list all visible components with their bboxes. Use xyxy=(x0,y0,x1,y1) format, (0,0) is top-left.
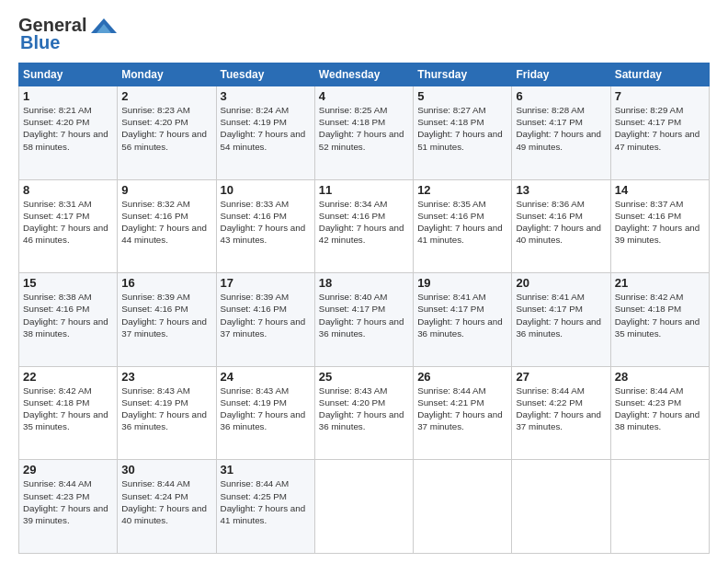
day-number: 6 xyxy=(516,89,606,103)
day-number: 15 xyxy=(23,276,113,290)
day-detail: Sunrise: 8:40 AMSunset: 4:17 PMDaylight:… xyxy=(319,292,404,339)
day-detail: Sunrise: 8:25 AMSunset: 4:18 PMDaylight:… xyxy=(319,105,404,152)
day-header-tuesday: Tuesday xyxy=(216,63,314,86)
day-detail: Sunrise: 8:44 AMSunset: 4:23 PMDaylight:… xyxy=(23,478,108,525)
day-detail: Sunrise: 8:42 AMSunset: 4:18 PMDaylight:… xyxy=(23,385,108,432)
day-detail: Sunrise: 8:44 AMSunset: 4:22 PMDaylight:… xyxy=(516,385,601,432)
day-cell: 23 Sunrise: 8:43 AMSunset: 4:19 PMDaylig… xyxy=(118,366,216,460)
day-number: 2 xyxy=(121,89,211,103)
day-cell: 29 Sunrise: 8:44 AMSunset: 4:23 PMDaylig… xyxy=(19,460,118,554)
day-cell: 3 Sunrise: 8:24 AMSunset: 4:19 PMDayligh… xyxy=(216,86,314,180)
week-row-1: 1 Sunrise: 8:21 AMSunset: 4:20 PMDayligh… xyxy=(19,86,710,180)
day-cell: 25 Sunrise: 8:43 AMSunset: 4:20 PMDaylig… xyxy=(314,366,413,460)
day-header-monday: Monday xyxy=(118,63,216,86)
day-cell: 22 Sunrise: 8:42 AMSunset: 4:18 PMDaylig… xyxy=(19,366,118,460)
day-detail: Sunrise: 8:41 AMSunset: 4:17 PMDaylight:… xyxy=(417,292,503,339)
day-number: 20 xyxy=(516,276,606,290)
week-row-5: 29 Sunrise: 8:44 AMSunset: 4:23 PMDaylig… xyxy=(19,460,710,554)
day-number: 28 xyxy=(615,370,705,384)
day-cell: 26 Sunrise: 8:44 AMSunset: 4:21 PMDaylig… xyxy=(414,366,512,460)
header-row: SundayMondayTuesdayWednesdayThursdayFrid… xyxy=(19,63,710,86)
day-detail: Sunrise: 8:27 AMSunset: 4:18 PMDaylight:… xyxy=(417,105,503,152)
calendar-table: SundayMondayTuesdayWednesdayThursdayFrid… xyxy=(18,63,710,554)
day-header-sunday: Sunday xyxy=(19,63,118,86)
day-number: 25 xyxy=(319,370,409,384)
day-number: 3 xyxy=(221,89,311,103)
day-number: 13 xyxy=(516,183,606,197)
week-row-4: 22 Sunrise: 8:42 AMSunset: 4:18 PMDaylig… xyxy=(19,366,710,460)
day-cell xyxy=(314,460,413,554)
day-detail: Sunrise: 8:43 AMSunset: 4:19 PMDaylight:… xyxy=(221,385,306,432)
day-cell xyxy=(610,460,709,554)
day-number: 14 xyxy=(615,183,705,197)
day-number: 27 xyxy=(516,370,606,384)
week-row-2: 8 Sunrise: 8:31 AMSunset: 4:17 PMDayligh… xyxy=(19,179,710,273)
day-cell: 6 Sunrise: 8:28 AMSunset: 4:17 PMDayligh… xyxy=(512,86,610,180)
day-detail: Sunrise: 8:44 AMSunset: 4:25 PMDaylight:… xyxy=(221,478,306,525)
day-header-saturday: Saturday xyxy=(610,63,709,86)
day-detail: Sunrise: 8:29 AMSunset: 4:17 PMDaylight:… xyxy=(615,105,700,152)
day-cell: 5 Sunrise: 8:27 AMSunset: 4:18 PMDayligh… xyxy=(414,86,512,180)
day-number: 24 xyxy=(221,370,311,384)
week-row-3: 15 Sunrise: 8:38 AMSunset: 4:16 PMDaylig… xyxy=(19,273,710,367)
day-number: 19 xyxy=(417,276,507,290)
day-cell: 13 Sunrise: 8:36 AMSunset: 4:16 PMDaylig… xyxy=(512,179,610,273)
day-detail: Sunrise: 8:44 AMSunset: 4:24 PMDaylight:… xyxy=(121,478,207,525)
day-cell xyxy=(414,460,512,554)
day-cell: 24 Sunrise: 8:43 AMSunset: 4:19 PMDaylig… xyxy=(216,366,314,460)
day-cell: 11 Sunrise: 8:34 AMSunset: 4:16 PMDaylig… xyxy=(314,179,413,273)
calendar-header: SundayMondayTuesdayWednesdayThursdayFrid… xyxy=(19,63,710,86)
day-cell: 21 Sunrise: 8:42 AMSunset: 4:18 PMDaylig… xyxy=(610,273,709,367)
day-detail: Sunrise: 8:42 AMSunset: 4:18 PMDaylight:… xyxy=(615,292,700,339)
day-cell xyxy=(512,460,610,554)
day-number: 7 xyxy=(615,89,705,103)
day-detail: Sunrise: 8:43 AMSunset: 4:20 PMDaylight:… xyxy=(319,385,404,432)
day-cell: 18 Sunrise: 8:40 AMSunset: 4:17 PMDaylig… xyxy=(314,273,413,367)
day-cell: 9 Sunrise: 8:32 AMSunset: 4:16 PMDayligh… xyxy=(118,179,216,273)
day-cell: 7 Sunrise: 8:29 AMSunset: 4:17 PMDayligh… xyxy=(610,86,709,180)
day-cell: 31 Sunrise: 8:44 AMSunset: 4:25 PMDaylig… xyxy=(216,460,314,554)
day-number: 5 xyxy=(417,89,507,103)
day-detail: Sunrise: 8:21 AMSunset: 4:20 PMDaylight:… xyxy=(23,105,108,152)
day-detail: Sunrise: 8:38 AMSunset: 4:16 PMDaylight:… xyxy=(23,292,108,339)
day-number: 17 xyxy=(221,276,311,290)
day-detail: Sunrise: 8:24 AMSunset: 4:19 PMDaylight:… xyxy=(221,105,306,152)
calendar-body: 1 Sunrise: 8:21 AMSunset: 4:20 PMDayligh… xyxy=(19,86,710,554)
day-detail: Sunrise: 8:39 AMSunset: 4:16 PMDaylight:… xyxy=(121,292,207,339)
day-cell: 2 Sunrise: 8:23 AMSunset: 4:20 PMDayligh… xyxy=(118,86,216,180)
day-detail: Sunrise: 8:41 AMSunset: 4:17 PMDaylight:… xyxy=(516,292,601,339)
day-detail: Sunrise: 8:33 AMSunset: 4:16 PMDaylight:… xyxy=(221,199,306,246)
day-cell: 12 Sunrise: 8:35 AMSunset: 4:16 PMDaylig… xyxy=(414,179,512,273)
day-number: 9 xyxy=(121,183,211,197)
day-cell: 17 Sunrise: 8:39 AMSunset: 4:16 PMDaylig… xyxy=(216,273,314,367)
logo-blue: Blue xyxy=(18,32,60,53)
day-detail: Sunrise: 8:43 AMSunset: 4:19 PMDaylight:… xyxy=(121,385,207,432)
day-cell: 30 Sunrise: 8:44 AMSunset: 4:24 PMDaylig… xyxy=(118,460,216,554)
day-number: 11 xyxy=(319,183,409,197)
day-detail: Sunrise: 8:44 AMSunset: 4:21 PMDaylight:… xyxy=(417,385,503,432)
day-cell: 4 Sunrise: 8:25 AMSunset: 4:18 PMDayligh… xyxy=(314,86,413,180)
day-header-wednesday: Wednesday xyxy=(314,63,413,86)
day-cell: 15 Sunrise: 8:38 AMSunset: 4:16 PMDaylig… xyxy=(19,273,118,367)
day-header-friday: Friday xyxy=(512,63,610,86)
day-number: 21 xyxy=(615,276,705,290)
day-detail: Sunrise: 8:39 AMSunset: 4:16 PMDaylight:… xyxy=(221,292,306,339)
day-detail: Sunrise: 8:36 AMSunset: 4:16 PMDaylight:… xyxy=(516,199,601,246)
day-number: 10 xyxy=(221,183,311,197)
day-number: 1 xyxy=(23,89,113,103)
page: General Blue SundayMondayTuesdayWednesda… xyxy=(0,0,728,563)
day-number: 29 xyxy=(23,463,113,477)
day-number: 16 xyxy=(121,276,211,290)
day-cell: 14 Sunrise: 8:37 AMSunset: 4:16 PMDaylig… xyxy=(610,179,709,273)
day-cell: 16 Sunrise: 8:39 AMSunset: 4:16 PMDaylig… xyxy=(118,273,216,367)
day-cell: 1 Sunrise: 8:21 AMSunset: 4:20 PMDayligh… xyxy=(19,86,118,180)
header: General Blue xyxy=(18,15,710,53)
day-detail: Sunrise: 8:44 AMSunset: 4:23 PMDaylight:… xyxy=(615,385,700,432)
day-number: 4 xyxy=(319,89,409,103)
day-number: 22 xyxy=(23,370,113,384)
day-number: 23 xyxy=(121,370,211,384)
day-header-thursday: Thursday xyxy=(414,63,512,86)
day-number: 31 xyxy=(221,463,311,477)
logo-icon xyxy=(91,17,117,35)
day-cell: 27 Sunrise: 8:44 AMSunset: 4:22 PMDaylig… xyxy=(512,366,610,460)
